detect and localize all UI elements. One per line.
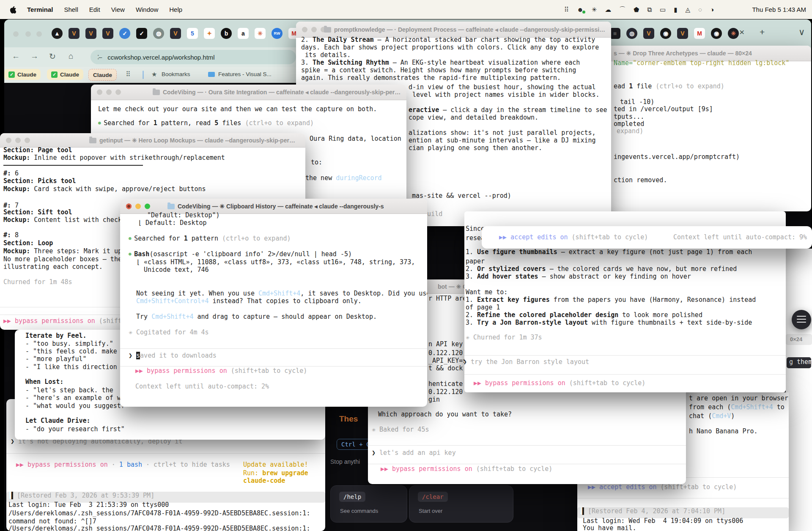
globe-favicon[interactable]: ◍ (626, 28, 637, 39)
zoom-button[interactable] (25, 137, 30, 143)
vpn-icon[interactable]: ⌒ (619, 5, 625, 14)
separator (464, 374, 786, 375)
terminal-line: Mockup: Content list with check (3, 216, 122, 224)
copy-stack-icon[interactable]: ⧉ (647, 6, 652, 14)
amazon-favicon[interactable]: a (238, 28, 249, 39)
v-favicon[interactable]: V (677, 28, 688, 39)
browser-close-button[interactable] (13, 31, 19, 37)
minimize-button[interactable] (311, 27, 317, 32)
calendar5-favicon[interactable]: 5 (187, 28, 198, 39)
terminal-line: ❯ let's add an api key (372, 449, 456, 457)
github-favicon[interactable]: ◉ (660, 28, 671, 39)
site-settings-icon[interactable]: ⁚– (97, 54, 102, 60)
menu-item-edit[interactable]: Edit (89, 6, 100, 13)
v-favicon[interactable]: V (643, 28, 654, 39)
zoom-button[interactable] (115, 90, 121, 95)
bookmark-features[interactable]: Features - Visual S... (218, 71, 272, 77)
window-right_edge[interactable]: 0×24g them (786, 249, 812, 531)
terminal-line: to: (311, 158, 322, 167)
v-favicon[interactable]: V (102, 28, 113, 39)
minimize-button[interactable] (15, 137, 21, 143)
check-circle-favicon[interactable]: ✓ (119, 28, 130, 39)
v-favicon[interactable]: V (170, 28, 181, 39)
github-favicon[interactable]: ◉ (711, 28, 722, 39)
window-accept_strip[interactable]: ▶▶ accept edits on (shift+tab to cycle)C… (482, 226, 812, 249)
terminal-line: #: 8 (3, 231, 19, 239)
menu-item-window[interactable]: Window (136, 6, 158, 13)
v-favicon[interactable]: V (69, 28, 80, 39)
gmail-favicon[interactable]: M (694, 28, 705, 39)
new-tab-icon[interactable]: + (760, 27, 765, 37)
close-button[interactable] (302, 27, 307, 32)
window-clipboard[interactable]: CodeVibing — ✳ Clipboard History — caffe… (120, 199, 427, 407)
close-button[interactable] (6, 137, 11, 143)
tab-search-chevron-icon[interactable]: ∨ (798, 27, 805, 37)
claude-favicon[interactable]: ✳ (255, 28, 266, 39)
vercel-favicon[interactable]: ▲ (52, 28, 63, 39)
v-favicon[interactable]: V (85, 28, 96, 39)
bookmark-grid-icon[interactable]: ⠿ (126, 70, 131, 78)
battery-icon[interactable]: ▮ (674, 6, 677, 14)
status-icons: ⠿☻✳☁⌒⬟⧉▭▮◬◌◑ (564, 0, 714, 19)
menu-item-shell[interactable]: Shell (64, 6, 78, 13)
control-center-icon[interactable]: ◑ (710, 6, 714, 13)
reload-icon[interactable]: ↻ (49, 52, 56, 61)
search-icon[interactable]: ◌ (698, 6, 702, 13)
zoom-button[interactable] (145, 203, 150, 209)
terminal-line: n API key (428, 340, 463, 348)
forward-icon[interactable]: → (30, 52, 38, 61)
claude-favicon[interactable]: ✳ (728, 28, 739, 39)
bookmark-claude[interactable]: ✓Claude (4, 69, 41, 80)
check-square-favicon[interactable]: ✓ (136, 28, 147, 39)
wifi-icon[interactable]: ◬ (685, 6, 690, 14)
terminal-line: "Default: Desktop") (147, 211, 220, 219)
menu-clock[interactable]: Thu Feb 5 1:43 AM (752, 0, 806, 19)
floating-menu-button[interactable] (792, 310, 811, 329)
close-tab-icon[interactable]: × (739, 27, 744, 37)
terminal-line: Mockup: Card stack with swipe, approve/r… (3, 185, 206, 193)
app-grid-icon[interactable]: ⠿ (564, 6, 569, 14)
b-favicon[interactable]: b (221, 28, 232, 39)
apple-logo-icon[interactable] (9, 6, 16, 14)
separator (464, 355, 786, 356)
claude-asterisk-icon[interactable]: ✳ (592, 6, 597, 14)
minimize-button[interactable] (135, 203, 141, 209)
titlebar[interactable]: getinput — ✳ Hero Loop Mockups — claude … (0, 133, 305, 148)
rw-favicon[interactable]: RW (272, 28, 283, 39)
back-icon[interactable]: ← (12, 52, 20, 61)
terminal-line: d-in view of the busiest hour, showing t… (409, 83, 596, 91)
globe-favicon[interactable]: ◍ (153, 28, 164, 39)
spark-favicon[interactable]: ✦ (204, 28, 215, 39)
bookmark-claude[interactable]: ✓Claude (47, 69, 83, 80)
address-bar[interactable]: ⁚– ccworkshop.vercel.app/workshop.html (91, 50, 296, 64)
titlebar[interactable]: CodeVibing — · Oura Site Integration — c… (91, 85, 406, 100)
close-button[interactable] (126, 203, 132, 209)
terminal-line: No more placeholder boxes — the (3, 255, 122, 263)
terminal-line: Mockup: Three steps: Mark it up (3, 247, 122, 255)
terminal-line: ention at sub-minute intervals — like a … (409, 136, 596, 145)
bookmarks-menu[interactable]: Bookmarks (162, 71, 190, 77)
bookmark-claude[interactable]: Claude (88, 69, 117, 81)
close-button[interactable] (97, 90, 102, 95)
bookmark-label: Claude (17, 71, 36, 78)
home-icon[interactable]: ⌂ (69, 52, 73, 61)
terminal-line: Context left until auto-compact: 2% (135, 382, 269, 391)
shield-icon[interactable]: ⬟ (634, 6, 639, 14)
menu-item-terminal[interactable]: Terminal (27, 6, 53, 13)
terminal-line: Section: Page tool (3, 146, 72, 154)
menu-item-help[interactable]: Help (169, 6, 182, 13)
terminal-line: - "I like this direction (25, 363, 117, 371)
command-card[interactable]: /clearStart over (409, 485, 513, 523)
browser-minimize-button[interactable] (25, 31, 31, 37)
minimize-button[interactable] (106, 90, 112, 95)
command-card[interactable]: /helpSee commands (330, 485, 407, 523)
separator (6, 453, 325, 454)
browser-zoom-button[interactable] (36, 31, 42, 37)
cloudflare-icon[interactable]: ☁ (605, 6, 611, 14)
terminal-line: mas-site && vercel --prod) (412, 192, 511, 200)
bed-icon[interactable]: ▭ (660, 6, 666, 14)
terminal-line: expand) (617, 127, 643, 135)
page-heading: Thes (339, 414, 358, 424)
user-switch-icon[interactable]: ☻ (577, 6, 584, 13)
menu-item-view[interactable]: View (111, 6, 125, 13)
